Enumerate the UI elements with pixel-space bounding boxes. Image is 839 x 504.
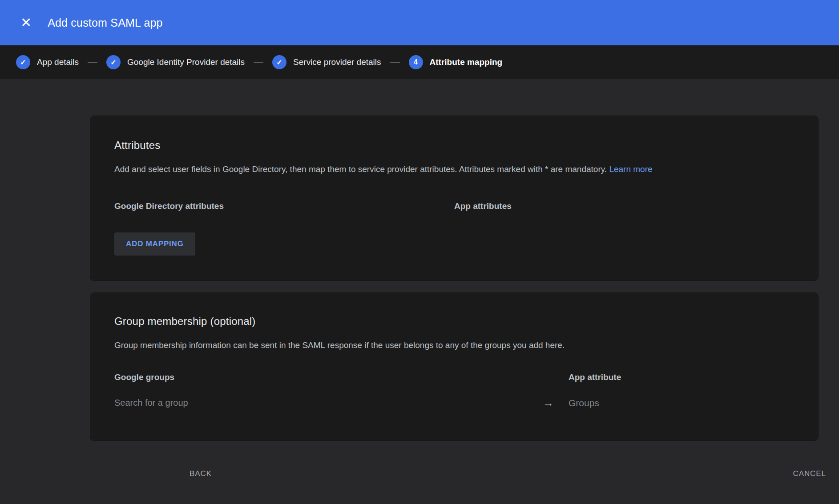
step-app-details[interactable]: ✓ App details	[16, 55, 79, 69]
step-label-app-details: App details	[37, 57, 79, 67]
dialog-header: ✕ Add custom SAML app	[0, 0, 839, 45]
check-icon: ✓	[272, 55, 286, 69]
attributes-description: Add and select user fields in Google Dir…	[114, 163, 794, 176]
back-button[interactable]: BACK	[180, 462, 222, 485]
dialog-footer: BACK CANCEL FINISH	[180, 461, 839, 486]
main-content: Attributes Add and select user fields in…	[0, 79, 839, 486]
step-attribute-mapping[interactable]: 4 Attribute mapping	[409, 55, 503, 69]
step-separator	[390, 62, 400, 63]
step-separator	[254, 62, 263, 63]
dialog-title: Add custom SAML app	[48, 16, 163, 29]
learn-more-link[interactable]: Learn more	[609, 164, 652, 174]
add-custom-saml-app-dialog: ✕ Add custom SAML app ✓ App details ✓ Go…	[0, 0, 839, 504]
attributes-column-headers: Google Directory attributes App attribut…	[114, 201, 794, 211]
app-attribute-input[interactable]	[569, 398, 794, 408]
step-label-service-provider-details: Service provider details	[293, 57, 381, 67]
app-attributes-header: App attributes	[454, 201, 794, 211]
add-mapping-button[interactable]: ADD MAPPING	[114, 232, 195, 256]
step-separator	[88, 62, 97, 63]
cancel-button[interactable]: CANCEL	[783, 462, 836, 485]
google-directory-attributes-header: Google Directory attributes	[114, 201, 454, 211]
step-number-badge: 4	[409, 55, 423, 69]
close-icon[interactable]: ✕	[20, 16, 32, 29]
group-membership-card: Group membership (optional) Group member…	[90, 292, 819, 441]
app-attribute-header: App attribute	[569, 372, 794, 382]
stepper: ✓ App details ✓ Google Identity Provider…	[0, 45, 839, 79]
step-label-attribute-mapping: Attribute mapping	[430, 57, 503, 67]
attributes-title: Attributes	[114, 139, 794, 152]
group-mapping-grid: Google groups App attribute →	[114, 372, 794, 408]
attributes-description-text: Add and select user fields in Google Dir…	[114, 164, 607, 174]
check-icon: ✓	[106, 55, 121, 69]
attributes-card: Attributes Add and select user fields in…	[90, 116, 819, 281]
arrow-right-icon: →	[543, 397, 569, 408]
group-membership-description: Group membership information can be sent…	[114, 339, 794, 352]
google-groups-header: Google groups	[114, 372, 543, 382]
check-icon: ✓	[16, 55, 30, 69]
step-service-provider-details[interactable]: ✓ Service provider details	[272, 55, 381, 69]
step-google-idp-details[interactable]: ✓ Google Identity Provider details	[106, 55, 245, 69]
group-search-input[interactable]	[114, 398, 543, 408]
group-membership-title: Group membership (optional)	[114, 315, 794, 328]
step-label-google-idp-details: Google Identity Provider details	[127, 57, 245, 67]
